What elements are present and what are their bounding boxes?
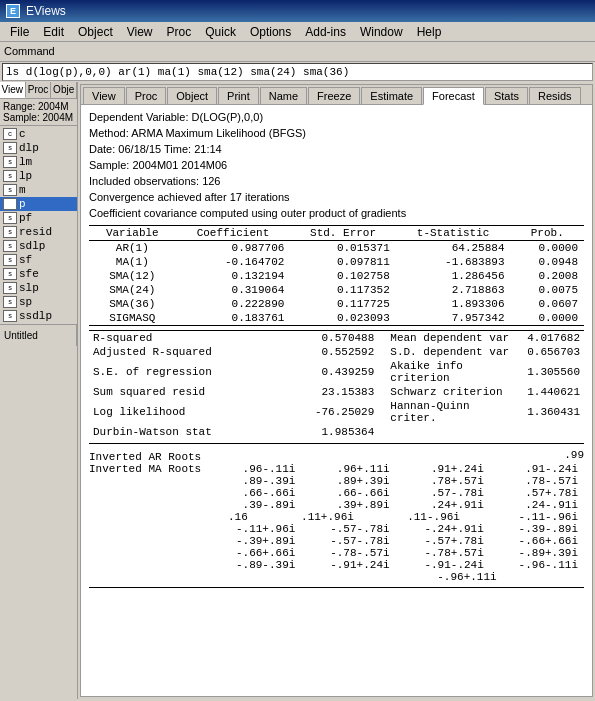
sidebar-tab-view[interactable]: View	[0, 82, 26, 98]
sidebar-item-sfe[interactable]: s sfe	[0, 267, 77, 281]
coeff-cell: 0.0948	[511, 255, 584, 269]
sidebar-tab-obj[interactable]: Obje	[51, 82, 77, 98]
tab-print[interactable]: Print	[218, 87, 259, 104]
ma-root-value: .24-.91i	[490, 499, 584, 511]
coeff-cell: 0.0000	[511, 241, 584, 256]
ma-root-value: .57+.78i	[490, 487, 584, 499]
sidebar-tab-proc[interactable]: Proc	[26, 82, 52, 98]
ma-root-value: .96+.11i	[301, 463, 395, 475]
ma-roots-wrap: .66-.66i.66-.66i.57-.78i.57+.78i	[207, 487, 584, 499]
stat-label: Log likelihood	[89, 399, 304, 425]
ma-roots-label: Inverted MA Roots	[89, 463, 207, 475]
ma-root-value: .57-.78i	[396, 487, 490, 499]
untitled-label: Untitled	[4, 330, 38, 341]
ma-root-value	[530, 571, 557, 583]
sidebar-item-c[interactable]: c c	[0, 127, 77, 141]
menu-window[interactable]: Window	[354, 24, 409, 40]
ar-roots-value: .99	[207, 447, 584, 463]
ma-root-value: .24+.91i	[396, 499, 490, 511]
sidebar-item-lm[interactable]: s lm	[0, 155, 77, 169]
menu-quick[interactable]: Quick	[199, 24, 242, 40]
sidebar-label-sfe: sfe	[19, 268, 39, 280]
sidebar-item-lp[interactable]: s lp	[0, 169, 77, 183]
resid-icon: s	[3, 226, 17, 238]
ma-root-value: -.96-.11i	[490, 559, 584, 571]
stat-value2: 1.440621	[523, 385, 584, 399]
tab-view[interactable]: View	[83, 87, 125, 104]
sidebar-item-sf[interactable]: s sf	[0, 253, 77, 267]
header-line3: Date: 06/18/15 Time: 21:14	[89, 141, 584, 157]
tab-object[interactable]: Object	[167, 87, 217, 104]
ma-roots-wrap: -.39+.89i-.57-.78i-.57+.78i-.66+.66i	[207, 535, 584, 547]
sidebar: View Proc Obje Range: 2004M Sample: 2004…	[0, 82, 78, 699]
menu-edit[interactable]: Edit	[37, 24, 70, 40]
header-line1: Dependent Variable: D(LOG(P),0,0)	[89, 109, 584, 125]
sidebar-label-c: c	[19, 128, 26, 140]
menu-view[interactable]: View	[121, 24, 159, 40]
ma-roots-label	[89, 499, 207, 511]
ma-roots-wrap: .96-.11i.96+.11i.91+.24i.91-.24i	[207, 463, 584, 475]
sidebar-info: Range: 2004M Sample: 2004M	[0, 99, 77, 126]
stat-label: S.E. of regression	[89, 359, 304, 385]
sidebar-item-sp[interactable]: s sp	[0, 295, 77, 309]
sidebar-item-m[interactable]: s m	[0, 183, 77, 197]
menu-addins[interactable]: Add-ins	[299, 24, 352, 40]
stat-label2: Schwarz criterion	[378, 385, 523, 399]
tab-stats[interactable]: Stats	[485, 87, 528, 104]
menu-proc[interactable]: Proc	[161, 24, 198, 40]
sidebar-item-sdlp[interactable]: s sdlp	[0, 239, 77, 253]
ma-root-value: -.24+.91i	[396, 523, 490, 535]
col-variable: Variable	[89, 226, 176, 241]
header-line2: Method: ARMA Maximum Likelihood (BFGS)	[89, 125, 584, 141]
stat-value: 0.552592	[304, 345, 378, 359]
sidebar-label-pf: pf	[19, 212, 32, 224]
menu-help[interactable]: Help	[411, 24, 448, 40]
tab-estimate[interactable]: Estimate	[361, 87, 422, 104]
menu-object[interactable]: Object	[72, 24, 119, 40]
tab-resids[interactable]: Resids	[529, 87, 581, 104]
lm-icon: s	[3, 156, 17, 168]
stat-label: Sum squared resid	[89, 385, 304, 399]
stat-value: 1.985364	[304, 425, 378, 439]
header-line6: Convergence achieved after 17 iterations	[89, 189, 584, 205]
sidebar-item-slp[interactable]: s slp	[0, 281, 77, 295]
stat-value: -76.25029	[304, 399, 378, 425]
coeff-cell: 2.718863	[396, 283, 511, 297]
ma-root-value	[557, 571, 584, 583]
ma-root-value: .78+.57i	[396, 475, 490, 487]
sidebar-item-ssdlp[interactable]: s ssdlp	[0, 309, 77, 323]
tab-forecast[interactable]: Forecast	[423, 87, 484, 105]
sp-icon: s	[3, 296, 17, 308]
sidebar-item-resid[interactable]: s resid	[0, 225, 77, 239]
tab-freeze[interactable]: Freeze	[308, 87, 360, 104]
ar-roots-label: Inverted AR Roots	[89, 447, 207, 463]
coeff-cell: SMA(12)	[89, 269, 176, 283]
ma-root-value: -.39-.89i	[490, 523, 584, 535]
stats-table: R-squared0.570488Mean dependent var4.017…	[89, 330, 584, 439]
ma-roots-label	[89, 511, 207, 523]
ma-roots-wrap: .89-.39i.89+.39i.78+.57i.78-.57i	[207, 475, 584, 487]
stat-value: 23.15383	[304, 385, 378, 399]
coeff-cell: MA(1)	[89, 255, 176, 269]
sidebar-label-lp: lp	[19, 170, 32, 182]
tab-name[interactable]: Name	[260, 87, 307, 104]
sidebar-item-dlp[interactable]: s dlp	[0, 141, 77, 155]
sidebar-item-pf[interactable]: s pf	[0, 211, 77, 225]
menu-file[interactable]: File	[4, 24, 35, 40]
tab-proc[interactable]: Proc	[126, 87, 167, 104]
output-area: Dependent Variable: D(LOG(P),0,0) Method…	[81, 105, 592, 696]
slp-icon: s	[3, 282, 17, 294]
sidebar-item-p[interactable]: s p	[0, 197, 77, 211]
ma-root-value: -.91-.24i	[396, 559, 490, 571]
ma-roots-wrap: .16.11+.96i.11-.96i-.11-.96i	[207, 511, 584, 523]
coeff-cell: 64.25884	[396, 241, 511, 256]
ma-roots-wrap: .39-.89i.39+.89i.24+.91i.24-.91i	[207, 499, 584, 511]
ma-root-value: .39+.89i	[301, 499, 395, 511]
command-input-area[interactable]: ls d(log(p),0,0) ar(1) ma(1) sma(12) sma…	[2, 63, 593, 81]
coeff-cell: 0.097811	[290, 255, 395, 269]
coeff-cell: 0.132194	[176, 269, 291, 283]
sidebar-bottom[interactable]: Untitled	[0, 324, 77, 346]
menu-options[interactable]: Options	[244, 24, 297, 40]
bottom-border	[89, 587, 584, 588]
stat-value2	[523, 425, 584, 439]
